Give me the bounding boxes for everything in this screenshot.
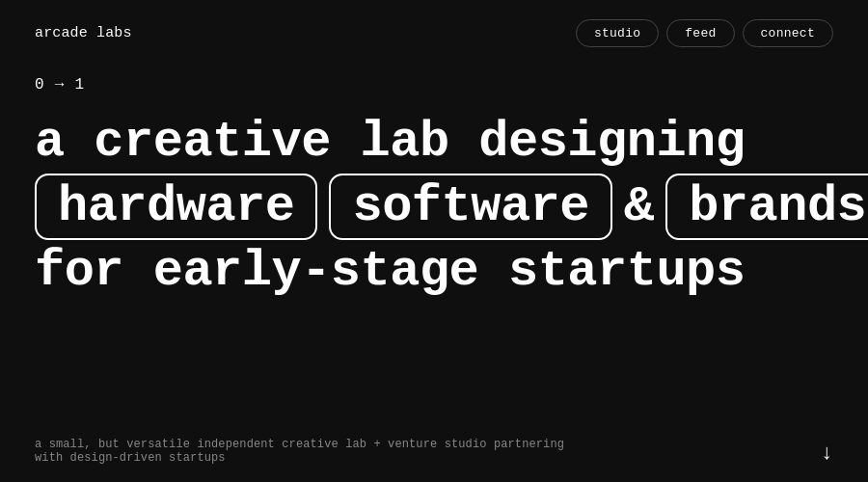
hero-line1: a creative lab designing (35, 115, 833, 170)
counter-area: 0 → 1 (0, 67, 868, 94)
nav: studio feed connect (576, 19, 833, 47)
tagline: a small, but versatile independent creat… (35, 438, 565, 465)
nav-feed-button[interactable]: feed (666, 19, 734, 47)
counter-display: 0 → 1 (35, 76, 85, 94)
scroll-down-icon[interactable]: ↓ (821, 443, 833, 465)
logo: arcade labs (35, 25, 132, 41)
pill-brands: brands (665, 174, 868, 240)
hero-line3: for early-stage startups (35, 244, 833, 299)
nav-studio-button[interactable]: studio (576, 19, 659, 47)
hero-section: a creative lab designing hardware softwa… (0, 94, 868, 300)
footer: a small, but versatile independent creat… (0, 420, 868, 482)
hero-line2: hardware software & brands (35, 174, 833, 240)
header: arcade labs studio feed connect (0, 0, 868, 67)
nav-connect-button[interactable]: connect (743, 19, 833, 47)
pill-software: software (329, 174, 611, 240)
ampersand: & (624, 179, 654, 234)
pill-hardware: hardware (35, 174, 317, 240)
